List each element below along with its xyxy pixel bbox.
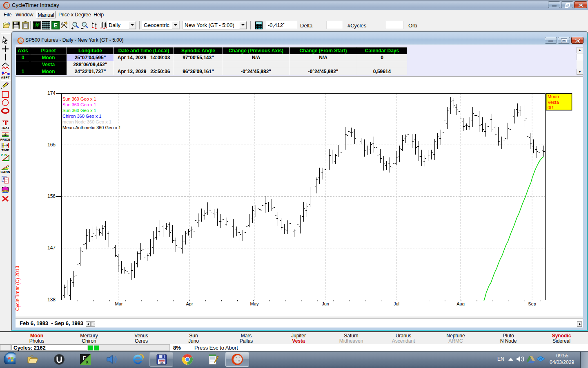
svg-text:ASPT: ASPT [1, 76, 9, 79]
svg-text:PRICE: PRICE [0, 138, 11, 141]
svg-text:Sun 360 Geo x 1: Sun 360 Geo x 1 [62, 102, 96, 107]
svg-text:Sun 360 Geo x 1: Sun 360 Geo x 1 [62, 96, 96, 101]
svg-text:x: x [86, 359, 89, 365]
svg-text:165: 165 [47, 142, 56, 148]
svg-text:PTV: PTV [1, 153, 8, 157]
svg-text:147: 147 [47, 245, 56, 251]
svg-text:156: 156 [47, 193, 56, 199]
svg-text:mean Node 360 Geo x 1: mean Node 360 Geo x 1 [62, 119, 111, 124]
svg-text:Moon: Moon [548, 94, 559, 99]
svg-text:0G: 0G [548, 105, 554, 110]
svg-text:GANN: GANN [0, 170, 10, 173]
svg-text:Jun: Jun [322, 301, 329, 306]
svg-text:Mar: Mar [115, 301, 123, 306]
svg-text:-64-: -64- [160, 362, 164, 364]
svg-text:Vesta: Vesta [548, 100, 559, 105]
svg-text:Sep: Sep [528, 301, 536, 306]
svg-text:Aug: Aug [457, 301, 465, 306]
svg-text:Chiron 360 Geo x 1: Chiron 360 Geo x 1 [62, 114, 101, 119]
svg-text:CycleTimer (C) 2013: CycleTimer (C) 2013 [16, 266, 20, 311]
svg-text:TIME: TIME [1, 148, 9, 152]
svg-text:Mean-Arithmetic 360 Geo x 1: Mean-Arithmetic 360 Geo x 1 [62, 125, 121, 130]
svg-text:138: 138 [47, 297, 56, 303]
svg-text:May: May [250, 301, 259, 306]
svg-text:TEXT: TEXT [1, 126, 10, 130]
svg-text:Apr: Apr [186, 301, 193, 306]
svg-text:Sun 360 Geo x 1: Sun 360 Geo x 1 [62, 108, 96, 113]
svg-text:174: 174 [47, 90, 56, 96]
svg-text:Jul: Jul [394, 301, 399, 306]
